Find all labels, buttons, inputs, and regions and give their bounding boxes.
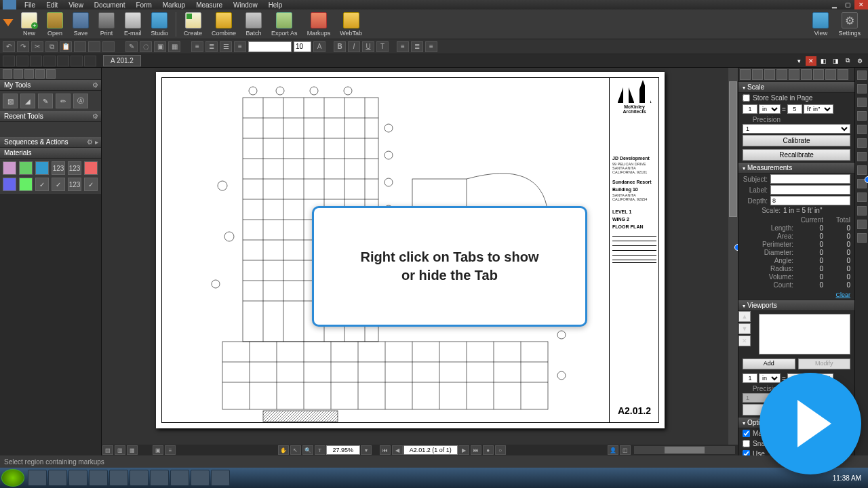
menu-window[interactable]: Window — [228, 1, 263, 9]
rp-icon-9[interactable] — [837, 69, 848, 80]
rs-11[interactable] — [857, 206, 867, 216]
rs-4[interactable] — [857, 111, 867, 121]
gear-icon[interactable]: ⚙ — [92, 113, 98, 120]
print-button[interactable]: Print — [94, 12, 119, 37]
menu-help[interactable]: Help — [263, 1, 288, 9]
lp-icon-2[interactable] — [14, 69, 23, 79]
select-tool[interactable]: ↖ — [290, 445, 301, 455]
vp-del[interactable]: ✕ — [738, 336, 751, 346]
right-toggle-1[interactable]: ◧ — [818, 56, 829, 66]
align-right[interactable]: ☰ — [220, 41, 232, 52]
material-2[interactable] — [19, 161, 33, 175]
opt-markup[interactable] — [743, 430, 750, 437]
font-size-input[interactable] — [294, 41, 311, 52]
panel-toggle-5[interactable] — [57, 56, 69, 66]
vp-scale-val1[interactable] — [743, 373, 757, 383]
rp-icon-5[interactable] — [789, 69, 800, 80]
panel-resize-handle[interactable] — [865, 176, 868, 183]
rs-3[interactable] — [857, 98, 867, 107]
viewport-list[interactable] — [759, 314, 850, 354]
menu-file[interactable]: File — [19, 1, 41, 9]
rs-5[interactable] — [857, 125, 867, 134]
panel-toggle-7[interactable] — [84, 56, 96, 66]
opt-use[interactable] — [743, 450, 750, 455]
material-10[interactable]: ✓ — [52, 178, 65, 191]
nav-layout-4[interactable]: ▣ — [153, 445, 163, 455]
align-center[interactable]: ≣ — [205, 41, 218, 52]
rs-1[interactable] — [857, 70, 867, 80]
taskbar-media[interactable] — [68, 470, 87, 486]
material-7[interactable] — [3, 178, 16, 191]
rs-13[interactable] — [857, 233, 867, 243]
panel-toggle-1[interactable] — [3, 56, 15, 66]
material-3[interactable] — [35, 161, 49, 175]
rp-icon-4[interactable] — [776, 69, 787, 80]
studio-button[interactable]: Studio — [147, 12, 173, 37]
viewports-header[interactable]: Viewports — [738, 300, 854, 311]
cut-button[interactable]: ✂ — [31, 41, 43, 52]
label-input[interactable] — [770, 185, 850, 195]
maximize-button[interactable]: ▢ — [841, 0, 854, 9]
taskbar-app6[interactable] — [211, 470, 230, 486]
revu-dropdown-icon[interactable] — [3, 19, 14, 30]
combine-button[interactable]: Combine — [208, 12, 240, 37]
menu-markup[interactable]: Markup — [157, 1, 191, 9]
rp-icon-2[interactable] — [752, 69, 763, 80]
just-l[interactable]: ≡ — [397, 41, 409, 52]
webtab-button[interactable]: WebTab — [336, 12, 366, 37]
my-tools-header[interactable]: My Tools⚙ — [0, 80, 101, 91]
menu-edit[interactable]: Edit — [41, 1, 63, 9]
rp-icon-7[interactable] — [813, 69, 824, 80]
email-button[interactable]: E-mail — [120, 12, 146, 37]
export-button[interactable]: Export As — [267, 12, 302, 37]
strike-button[interactable]: T — [376, 41, 389, 52]
create-button[interactable]: Create — [180, 12, 206, 37]
next-view[interactable]: ○ — [495, 445, 506, 455]
material-11[interactable]: 123 — [68, 178, 81, 191]
prev-view[interactable]: ● — [483, 445, 494, 455]
taskbar-app3[interactable] — [130, 470, 149, 486]
rs-12[interactable] — [857, 220, 867, 229]
tab-dropdown[interactable]: ▾ — [793, 56, 804, 66]
panel-toggle-4[interactable] — [43, 56, 56, 66]
tool-chest-2[interactable]: ◢ — [20, 94, 35, 108]
right-panel-handle[interactable] — [734, 244, 738, 251]
material-5[interactable]: 123 — [68, 161, 81, 175]
nav-user[interactable]: 👤 — [608, 445, 618, 455]
redo-button[interactable]: ↷ — [17, 41, 29, 52]
start-button[interactable] — [1, 469, 24, 487]
clear-link[interactable]: Clear — [738, 290, 854, 300]
vertical-scrollbar[interactable] — [728, 68, 738, 445]
settings-button[interactable]: Settings — [834, 12, 865, 37]
taskbar-app5[interactable] — [170, 470, 189, 486]
text-select[interactable]: T — [315, 445, 326, 455]
subject-input[interactable] — [770, 174, 850, 184]
scale-section-header[interactable]: Scale — [738, 81, 854, 93]
nav-layout-3[interactable]: ▦ — [127, 445, 138, 455]
taskbar-app2[interactable] — [109, 470, 128, 486]
rs-2[interactable] — [857, 84, 867, 94]
prev-page[interactable]: ◀ — [392, 445, 403, 455]
zoom-tool[interactable]: 🔍 — [302, 445, 313, 455]
lp-icon-3[interactable] — [24, 69, 34, 79]
nav-layout-5[interactable]: ≡ — [165, 445, 176, 455]
markups-button[interactable]: Markups — [303, 12, 335, 37]
tool-chest-3[interactable]: ✎ — [38, 94, 53, 108]
opt-snap[interactable] — [743, 440, 750, 447]
batch-button[interactable]: Batch — [241, 12, 266, 37]
tool-c[interactable] — [102, 41, 115, 52]
menu-measure[interactable]: Measure — [191, 1, 228, 9]
lp-icon-1[interactable] — [3, 69, 12, 79]
tool-a[interactable] — [74, 41, 86, 52]
right-toggle-4[interactable]: ⚙ — [854, 56, 865, 66]
lp-icon-4[interactable] — [35, 69, 45, 79]
material-12[interactable]: ✓ — [84, 178, 98, 191]
depth-input[interactable] — [770, 196, 850, 205]
font-color[interactable]: A — [313, 41, 326, 52]
recalibrate-button[interactable]: Recalibrate — [743, 149, 850, 161]
align-just[interactable]: ≡ — [234, 41, 246, 52]
zoom-dropdown[interactable]: ▾ — [361, 445, 372, 455]
measurements-header[interactable]: Measurements — [738, 162, 854, 174]
first-page[interactable]: ⏮ — [380, 445, 391, 455]
tool-chest-5[interactable]: Ⓐ — [73, 94, 88, 108]
